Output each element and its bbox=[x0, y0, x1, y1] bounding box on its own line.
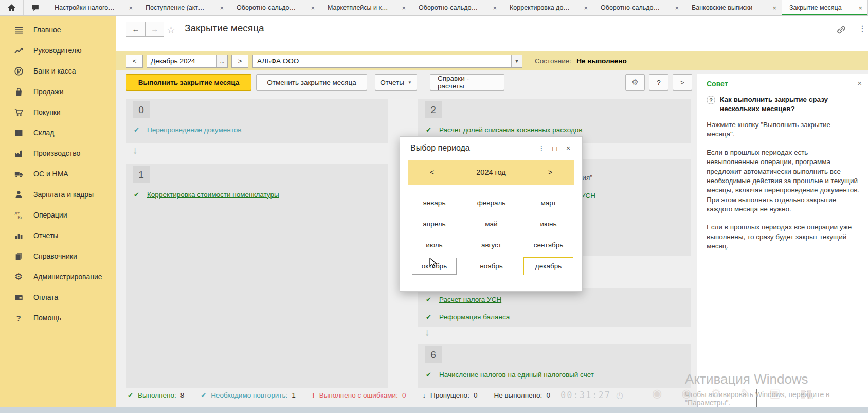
tab-3[interactable]: Оборотно-сальдо…× bbox=[229, 0, 320, 15]
month-июль[interactable]: июль bbox=[406, 235, 463, 256]
tab-close-icon[interactable]: × bbox=[584, 4, 588, 12]
stopwatch-icon: ◷ bbox=[616, 390, 624, 400]
link-icon[interactable] bbox=[836, 25, 846, 35]
reports-button[interactable]: Отчеты ▼ bbox=[375, 74, 417, 91]
state-value: Не выполнено bbox=[576, 57, 627, 65]
sidebar-item-1[interactable]: Главное bbox=[0, 20, 116, 40]
tab-6[interactable]: Корректировка до…× bbox=[502, 0, 593, 15]
operation-link[interactable]: Расчет долей списания косвенных расходов bbox=[439, 126, 582, 134]
sidebar-item-label: Продажи bbox=[33, 87, 63, 96]
operation-link[interactable]: Перепроведение документов bbox=[147, 126, 241, 134]
ruble-icon bbox=[13, 66, 24, 76]
flow-arrow-icon: ↓ bbox=[425, 327, 430, 338]
month-февраль[interactable]: февраль bbox=[463, 192, 520, 213]
next-year-button[interactable]: > bbox=[527, 168, 574, 176]
advice-title: Совет bbox=[707, 80, 860, 88]
tab-close-icon[interactable]: × bbox=[311, 4, 315, 12]
sidebar-item-4[interactable]: Продажи bbox=[0, 81, 116, 102]
sidebar-item-10[interactable]: ДтКтОперации bbox=[0, 205, 116, 225]
organization-field[interactable]: АЛЬФА ООО ▼ bbox=[252, 55, 522, 68]
cancel-closing-button[interactable]: Отменить закрытие месяца bbox=[256, 74, 367, 91]
flow-arrow-icon: ↓ bbox=[133, 145, 138, 156]
next-period-button[interactable]: > bbox=[231, 55, 248, 68]
tab-close-icon[interactable]: × bbox=[220, 4, 224, 12]
tab-label: Маркетплейсы и к… bbox=[328, 4, 397, 11]
legend-check-icon: ✔ bbox=[128, 391, 133, 399]
month-ноябрь[interactable]: ноябрь bbox=[463, 256, 520, 277]
sidebar-item-5[interactable]: Покупки bbox=[0, 102, 116, 122]
tab-label: Поступление (акт… bbox=[146, 4, 215, 11]
sidebar-item-9[interactable]: Зарплата и кадры bbox=[0, 184, 116, 205]
operation-link[interactable]: Корректировка стоимости номенклатуры bbox=[147, 191, 279, 199]
legend-value: 0 bbox=[474, 391, 478, 399]
month-сентябрь[interactable]: сентябрь bbox=[520, 235, 577, 256]
sidebar-item-2[interactable]: Руководителю bbox=[0, 40, 116, 61]
sidebar-item-14[interactable]: Оплата bbox=[0, 287, 116, 308]
hidden-operation-link-fragment[interactable]: ия" bbox=[582, 174, 592, 182]
tab-close-icon[interactable]: × bbox=[129, 4, 133, 12]
sidebar-item-6[interactable]: Склад bbox=[0, 122, 116, 143]
sidebar-item-3[interactable]: Банк и касса bbox=[0, 61, 116, 81]
month-декабрь[interactable]: декабрь bbox=[520, 256, 577, 277]
tab-7[interactable]: Оборотно-сальдо…× bbox=[593, 0, 684, 15]
back-button[interactable]: ← bbox=[126, 22, 145, 37]
tab-close-icon[interactable]: × bbox=[858, 4, 862, 12]
sidebar-item-11[interactable]: Отчеты bbox=[0, 225, 116, 246]
check-icon: ✔ bbox=[134, 126, 147, 134]
tab-9[interactable]: Закрытие месяца× bbox=[782, 0, 868, 15]
taskbar-edge bbox=[0, 407, 868, 413]
month-март[interactable]: март bbox=[520, 192, 577, 213]
operation-link[interactable]: Расчет налога УСН bbox=[439, 296, 501, 303]
advice-close-icon[interactable]: × bbox=[857, 79, 862, 87]
operation-link[interactable]: Реформация баланса bbox=[439, 313, 510, 321]
tab-close-icon[interactable]: × bbox=[675, 4, 679, 12]
prev-year-button[interactable]: < bbox=[408, 168, 456, 176]
period-value: Декабрь 2024 bbox=[147, 57, 216, 65]
tab-5[interactable]: Оборотно-сальдо…× bbox=[411, 0, 502, 15]
perform-closing-button[interactable]: Выполнить закрытие месяца bbox=[126, 74, 251, 91]
month-август[interactable]: август bbox=[463, 235, 520, 256]
collapse-panel-button[interactable]: > bbox=[673, 74, 692, 91]
forward-button[interactable]: → bbox=[145, 22, 164, 37]
period-select-dialog: Выбор периода ⋮ ◻ × < 2024 год > январьф… bbox=[400, 136, 583, 292]
month-январь[interactable]: январь bbox=[406, 192, 463, 213]
period-field[interactable]: Декабрь 2024 ... bbox=[147, 55, 228, 68]
month-июнь[interactable]: июнь bbox=[520, 213, 577, 235]
tab-close-icon[interactable]: × bbox=[402, 4, 406, 12]
hidden-operation-link-fragment[interactable]: УСН bbox=[581, 192, 595, 200]
period-picker-button[interactable]: ... bbox=[216, 55, 227, 67]
sidebar-item-7[interactable]: Производство bbox=[0, 143, 116, 164]
sidebar-item-12[interactable]: Справочники bbox=[0, 246, 116, 266]
tab-8[interactable]: Банковские выписки× bbox=[684, 0, 782, 15]
sidebar-item-13[interactable]: ⚙Администрирование bbox=[0, 266, 116, 287]
settings-gear-button[interactable]: ⚙ bbox=[625, 74, 645, 91]
check-icon: ✔ bbox=[426, 126, 439, 134]
help-button[interactable]: ? bbox=[649, 74, 668, 91]
tab-close-icon[interactable]: × bbox=[772, 4, 776, 12]
dialog-maximize-icon[interactable]: ◻ bbox=[548, 144, 562, 152]
home-tab[interactable] bbox=[0, 0, 24, 15]
tab-label: Закрытие месяца bbox=[789, 4, 854, 11]
advice-paragraph: Если в прошлых периодах есть невыполненн… bbox=[707, 148, 860, 214]
tab-4[interactable]: Маркетплейсы и к…× bbox=[320, 0, 411, 15]
organization-dropdown-icon[interactable]: ▼ bbox=[511, 55, 522, 67]
month-май[interactable]: май bbox=[463, 213, 520, 235]
advice-paragraph: Если в прошлых периодах все операции уже… bbox=[707, 223, 860, 251]
camera-icon: ◉ bbox=[681, 387, 691, 400]
favorite-star-icon[interactable]: ☆ bbox=[167, 24, 175, 36]
bag-icon bbox=[13, 86, 24, 97]
more-menu-icon[interactable]: ⋮ bbox=[858, 24, 866, 33]
discussions-tab[interactable] bbox=[24, 0, 47, 15]
dialog-close-icon[interactable]: × bbox=[562, 144, 575, 152]
operation-link[interactable]: Начисление налогов на единый налоговый с… bbox=[439, 371, 594, 379]
certificates-button[interactable]: Справки - расчеты bbox=[430, 74, 504, 91]
month-апрель[interactable]: апрель bbox=[406, 213, 463, 235]
sidebar-item-8[interactable]: ОС и НМА bbox=[0, 164, 116, 184]
tab-close-icon[interactable]: × bbox=[493, 4, 497, 12]
dialog-more-icon[interactable]: ⋮ bbox=[535, 144, 548, 152]
tab-2[interactable]: Поступление (акт…× bbox=[138, 0, 229, 15]
sidebar-item-15[interactable]: ?Помощь bbox=[0, 308, 116, 328]
legend-value: 8 bbox=[180, 391, 185, 399]
prev-period-button[interactable]: < bbox=[126, 55, 143, 68]
tab-1[interactable]: Настройки налого…× bbox=[47, 0, 138, 15]
